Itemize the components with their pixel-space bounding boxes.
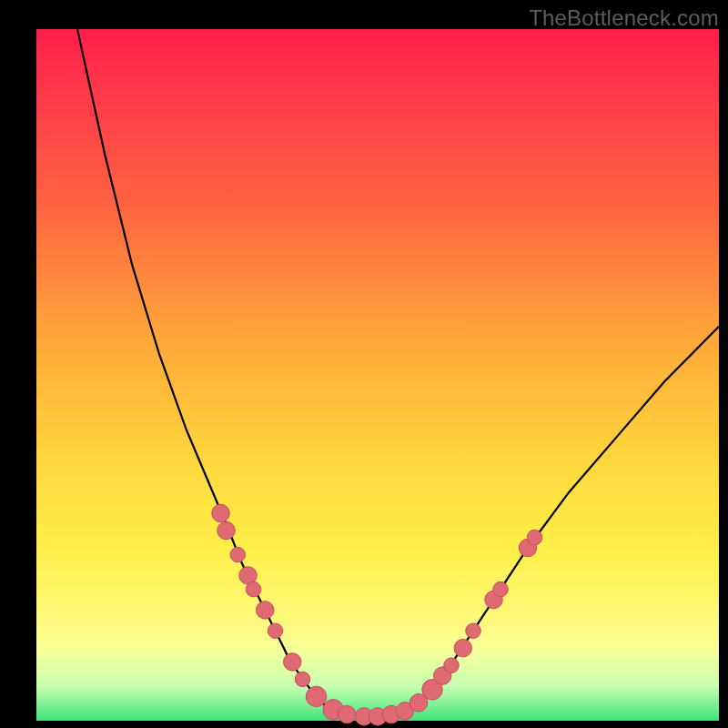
data-point: [454, 639, 472, 657]
data-point: [284, 653, 302, 672]
data-point: [444, 658, 460, 673]
data-point: [295, 672, 310, 687]
data-point: [246, 581, 261, 597]
data-point: [493, 581, 509, 597]
watermark-text: TheBottleneck.com: [529, 5, 719, 31]
chart-svg: [36, 29, 719, 721]
data-point: [230, 547, 246, 562]
data-point: [306, 686, 327, 707]
data-point: [339, 705, 357, 723]
data-point: [466, 623, 481, 639]
data-point: [527, 530, 542, 545]
data-point: [212, 504, 230, 522]
plot-area: [36, 29, 719, 721]
bottleneck-curve: [77, 29, 719, 716]
data-point: [268, 623, 283, 639]
chart-frame: TheBottleneck.com: [0, 0, 728, 728]
data-point: [257, 602, 275, 620]
data-point: [217, 521, 236, 540]
